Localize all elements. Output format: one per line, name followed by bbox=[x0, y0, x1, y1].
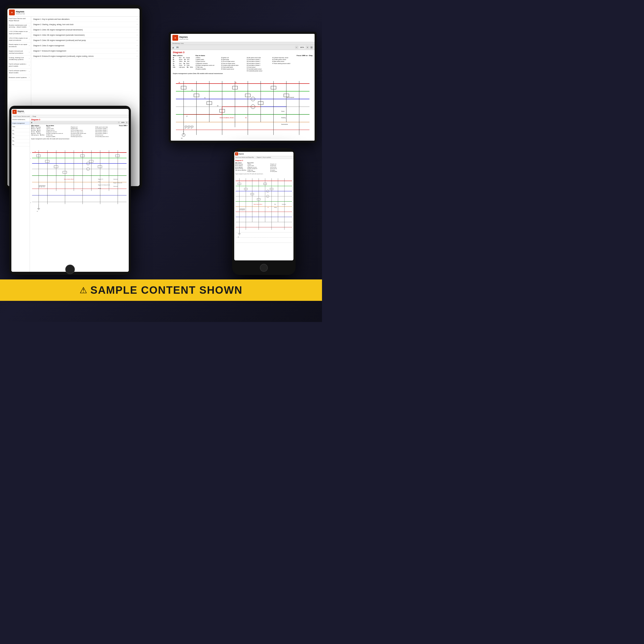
phone-wiring-area: λ λ F8 F20 F9 E1 Va bbox=[234, 175, 293, 260]
tablet-medium-screen: H Haynes shows you how Ford Focus Servic… bbox=[11, 109, 129, 272]
sidebar-emission-label: Emission control systems bbox=[9, 77, 29, 79]
tablet-medium-bc-1: Ford Focus Service and bbox=[13, 116, 30, 117]
monitor-zoom-out[interactable]: − bbox=[295, 46, 298, 49]
svg-rect-79 bbox=[80, 155, 84, 157]
svg-text:Instruments: Instruments bbox=[281, 123, 288, 125]
phone-home-button[interactable] bbox=[260, 264, 268, 272]
svg-text:λ: λ bbox=[267, 191, 268, 192]
diagram-item-3[interactable]: Diagram 3: Zetec SE engine management (m… bbox=[31, 27, 140, 33]
sidebar-item-engine14[interactable]: 1.4 & 1.6 litre engine in-car repair pro… bbox=[7, 30, 31, 36]
svg-rect-76 bbox=[45, 160, 49, 162]
diagram-item-1-arrow: › bbox=[137, 18, 137, 20]
phone-wiring-svg: λ λ F8 F20 F9 E1 Va bbox=[234, 175, 293, 249]
tablet-medium-sidebar-item-4[interactable]: Ba... bbox=[11, 132, 30, 136]
monitor-app-body: 🖨 📄 💾 − 160% + ⊡ Diagram 3 bbox=[171, 45, 315, 141]
sidebar-item-diesel[interactable]: Diesel engine in-car repair procedures › bbox=[7, 43, 31, 49]
monitor-haynes-app: H Haynes shows you how Rendering: Auto 🖨… bbox=[171, 34, 315, 141]
sample-banner-text: SAMPLE CONTENT SHOWN bbox=[90, 284, 243, 296]
svg-text:Heating: Heating bbox=[98, 188, 101, 189]
monitor-wiring-svg-area: 29 30 31 32 26 27 Various locations, Arr… bbox=[171, 75, 315, 141]
phone-diagram-title: Diagram 3 bbox=[234, 159, 293, 162]
tablet-medium-sidebar-item-1[interactable]: Routine maintenance... bbox=[11, 118, 30, 122]
diagram-item-2[interactable]: Diagram 2: Starting, charging, airbag, h… bbox=[31, 22, 140, 27]
diagram-item-6-label: Diagram 6: Zetec E engine management bbox=[33, 45, 64, 47]
tablet-medium-toolbar-icons: 🖨 📄 bbox=[31, 122, 34, 123]
diagram-item-7-label: Diagram 7: Endura-DI engine management bbox=[33, 50, 66, 52]
sidebar-routine-label: Routine maintenance and servicing – dies… bbox=[9, 24, 29, 29]
svg-text:Heating: Heating bbox=[274, 207, 277, 208]
svg-text:Heating: Heating bbox=[281, 117, 286, 118]
diagram-item-8[interactable]: Diagram 8: Endura-DI engine management (… bbox=[31, 54, 140, 59]
svg-text:λ: λ bbox=[252, 98, 253, 100]
svg-rect-140 bbox=[242, 209, 243, 209]
diagram-item-1[interactable]: Diagram 1: Key to symbols and fuse alloc… bbox=[31, 17, 140, 22]
sidebar-overhaul-arrow: › bbox=[29, 51, 30, 54]
monitor-zoom-in[interactable]: + bbox=[306, 46, 309, 49]
svg-text:E1: E1 bbox=[37, 211, 38, 212]
svg-text:Diagram 14, 15, Arrow Cb, Gb: Diagram 14, 15, Arrow Cb, Gb bbox=[98, 185, 110, 186]
svg-text:F9: F9 bbox=[243, 210, 245, 211]
sidebar-item-fuel-petrol[interactable]: Fuel & exhaust systems – petrol models › bbox=[7, 62, 31, 69]
tablet-medium-sidebar-item-7[interactable]: Be... bbox=[11, 143, 30, 147]
svg-rect-141 bbox=[243, 209, 245, 209]
sidebar-fuel-petrol-arrow: › bbox=[29, 64, 30, 67]
svg-rect-38 bbox=[185, 126, 187, 127]
diagram-item-5[interactable]: Diagram 5: Zetec SE engine management (c… bbox=[31, 38, 140, 43]
svg-text:Various locations, Arrow L: Various locations, Arrow L bbox=[64, 179, 74, 180]
svg-rect-88 bbox=[41, 185, 43, 186]
monitor-key-heading: Key to items bbox=[196, 55, 297, 56]
tablet-medium-body: Routine maintenance... Engine management… bbox=[11, 118, 129, 272]
monitor-rendering-label: Rendering: Auto bbox=[172, 43, 184, 44]
phone-bc-book: Ford Focus Service and Repair Ma... bbox=[235, 157, 255, 158]
sample-banner-icon: ⚠ bbox=[80, 285, 87, 295]
diagram-item-6[interactable]: Diagram 6: Zetec E engine management › bbox=[31, 43, 140, 48]
tablet-medium-sidebar-item-active[interactable]: Engine management bbox=[11, 122, 30, 125]
sidebar-item-engine18[interactable]: 1.8 & 2.0 litre engine in-car repair pro… bbox=[7, 36, 31, 43]
tablet-medium-brand: Haynes shows you how bbox=[17, 110, 25, 113]
svg-rect-39 bbox=[188, 126, 190, 127]
svg-rect-77 bbox=[54, 166, 58, 168]
monitor-focus-header: Focus 1998 on - Diag bbox=[297, 55, 312, 56]
sidebar-book-title[interactable]: Ford Focus Service and Repair Manual bbox=[7, 17, 31, 23]
sidebar-diesel-label: Diesel engine in-car repair procedures bbox=[9, 44, 29, 48]
sidebar-item-routine[interactable]: Routine maintenance and servicing – dies… bbox=[7, 23, 31, 30]
monitor-key-table: 1 Battery2 Ignition switch3 Engine fuse … bbox=[196, 57, 297, 72]
tablet-medium-sidebar-item-5[interactable]: Su... bbox=[11, 136, 30, 140]
phone-logo: H bbox=[235, 152, 238, 155]
svg-text:29: 29 bbox=[178, 82, 180, 83]
sidebar-item-fuel-diesel[interactable]: Fuel & exhaust systems – diesel models › bbox=[7, 69, 31, 75]
monitor-zoom-fit[interactable]: ⊡ bbox=[310, 46, 313, 49]
diagram-item-4[interactable]: Diagram 4: Zetec SE engine management (a… bbox=[31, 33, 140, 38]
tablet-medium-home-button[interactable] bbox=[65, 265, 75, 274]
svg-text:Various locations, Arrow L: Various locations, Arrow L bbox=[254, 204, 263, 205]
phone-logo-h: H bbox=[236, 153, 237, 155]
svg-text:E1: E1 bbox=[81, 190, 82, 191]
tablet-medium-zoom-val: 160% bbox=[120, 121, 125, 123]
svg-rect-80 bbox=[89, 160, 93, 162]
tablet-medium-brand-sub: shows you how bbox=[17, 112, 25, 113]
sidebar-engine18-arrow: › bbox=[29, 38, 30, 40]
tablet-medium-zoom: − 160% + bbox=[118, 121, 128, 123]
tablet-medium-zoom-in[interactable]: + bbox=[126, 121, 128, 123]
tablet-medium-sidebar-item-2[interactable]: Auto. bbox=[11, 125, 30, 129]
diagram-item-7[interactable]: Diagram 7: Endura-DI engine management › bbox=[31, 48, 140, 54]
sidebar-fuel-diesel-label: Fuel & exhaust systems – diesel models bbox=[9, 70, 29, 74]
tablet-medium-zoom-out[interactable]: − bbox=[118, 121, 120, 123]
sidebar-engine18-label: 1.8 & 2.0 litre engine in-car repair pro… bbox=[9, 37, 29, 42]
diagram-item-8-arrow: › bbox=[137, 55, 137, 57]
tablet-medium-wiring-area: λ λ F8 F20 F9 29 bbox=[30, 140, 129, 225]
sidebar-item-overhaul[interactable]: Engine removal and overhaul procedures › bbox=[7, 49, 31, 56]
svg-rect-82 bbox=[116, 155, 119, 157]
monitor-zoom-control[interactable]: − 160% + ⊡ bbox=[295, 46, 313, 49]
sidebar-item-cooling[interactable]: Cooling, heating & air conditioning syst… bbox=[7, 56, 31, 62]
tablet-medium-sidebar-item-3[interactable]: Di... bbox=[11, 129, 30, 132]
svg-text:Diagram 17, Arrow Gb: Diagram 17, Arrow Gb bbox=[113, 182, 122, 183]
tablet-medium-sidebar-item-6[interactable]: Be... bbox=[11, 139, 30, 143]
svg-text:−: − bbox=[183, 135, 184, 136]
sidebar-engine14-arrow: › bbox=[29, 31, 30, 34]
sidebar-cooling-label: Cooling, heating & air conditioning syst… bbox=[9, 57, 29, 61]
sidebar-item-emission[interactable]: Emission control systems › bbox=[7, 75, 31, 80]
phone-bc-diag: Diagram 1: Key to symbols bbox=[257, 157, 271, 158]
monitor-diagram-subtitle: Engine management system Zetec SE models… bbox=[171, 73, 315, 75]
phone-brand-name: Haynes bbox=[239, 153, 244, 155]
